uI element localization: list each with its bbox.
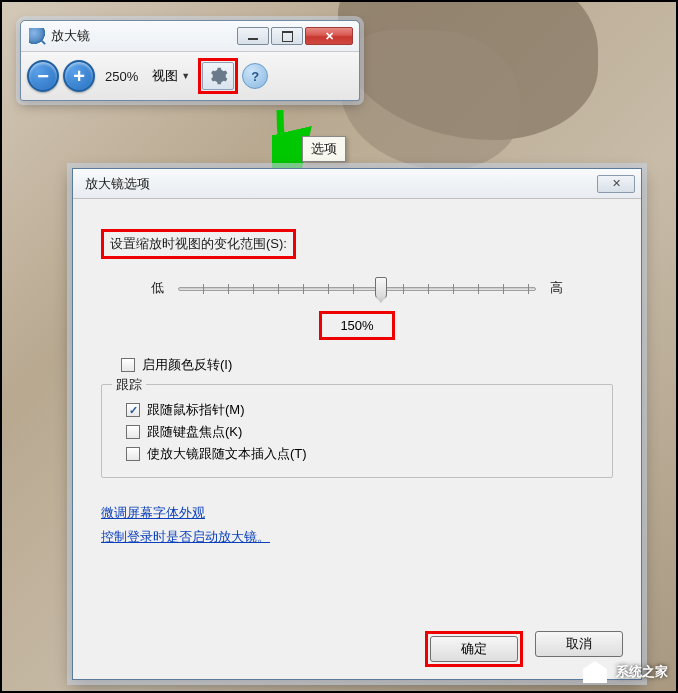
zoom-out-button[interactable] [27, 60, 59, 92]
highlight-section-label: 设置缩放时视图的变化范围(S): [101, 229, 296, 259]
slider-low-label: 低 [151, 279, 164, 297]
follow-mouse-checkbox[interactable] [126, 403, 140, 417]
magnifier-icon [29, 28, 45, 44]
dialog-title: 放大镜选项 [85, 175, 150, 193]
dialog-close-button[interactable] [597, 175, 635, 193]
cancel-button[interactable]: 取消 [535, 631, 623, 657]
magnifier-title: 放大镜 [51, 27, 90, 45]
chevron-down-icon: ▼ [181, 71, 190, 81]
close-button[interactable] [305, 27, 353, 45]
options-dialog: 放大镜选项 设置缩放时视图的变化范围(S): 低 高 150% 启用颜色反转(I… [72, 168, 642, 680]
dialog-body: 设置缩放时视图的变化范围(S): 低 高 150% 启用颜色反转(I) 跟踪 跟… [73, 199, 641, 564]
gear-icon [208, 66, 228, 86]
zoom-level-label: 250% [99, 69, 144, 84]
highlight-ok: 确定 [425, 631, 523, 667]
follow-text-row: 使放大镜跟随文本插入点(T) [106, 445, 608, 463]
window-controls [235, 27, 353, 45]
tracking-group-title: 跟踪 [112, 376, 146, 394]
ok-button[interactable]: 确定 [430, 636, 518, 662]
slider-row: 低 高 [101, 277, 613, 299]
dialog-titlebar: 放大镜选项 [73, 169, 641, 199]
follow-keyboard-row: 跟随键盘焦点(K) [106, 423, 608, 441]
zoom-increment-label: 设置缩放时视图的变化范围(S): [110, 236, 287, 251]
invert-colors-label: 启用颜色反转(I) [142, 356, 232, 374]
maximize-button[interactable] [271, 27, 303, 45]
slider-rail [178, 287, 536, 291]
watermark: 系统之家 [580, 659, 668, 685]
help-button[interactable]: ? [242, 63, 268, 89]
invert-colors-checkbox[interactable] [121, 358, 135, 372]
follow-keyboard-checkbox[interactable] [126, 425, 140, 439]
magnifier-titlebar: 放大镜 [21, 21, 359, 51]
slider-thumb[interactable] [375, 277, 387, 299]
slider-high-label: 高 [550, 279, 563, 297]
highlight-settings [198, 58, 238, 94]
zoom-in-button[interactable] [63, 60, 95, 92]
slider-value-wrap: 150% [101, 311, 613, 340]
view-dropdown-label: 视图 [152, 67, 178, 85]
tracking-groupbox: 跟踪 跟随鼠标指针(M) 跟随键盘焦点(K) 使放大镜跟随文本插入点(T) [101, 384, 613, 478]
background-rock [340, 30, 520, 170]
follow-text-checkbox[interactable] [126, 447, 140, 461]
zoom-increment-slider[interactable] [178, 277, 536, 299]
minimize-button[interactable] [237, 27, 269, 45]
follow-mouse-row: 跟随鼠标指针(M) [106, 401, 608, 419]
follow-text-label: 使放大镜跟随文本插入点(T) [147, 445, 307, 463]
view-dropdown[interactable]: 视图 ▼ [148, 67, 194, 85]
settings-button[interactable] [202, 62, 234, 90]
font-tuning-link[interactable]: 微调屏幕字体外观 [101, 504, 613, 522]
follow-mouse-label: 跟随鼠标指针(M) [147, 401, 245, 419]
settings-tooltip: 选项 [302, 136, 346, 162]
magnifier-window: 放大镜 250% 视图 ▼ ? [20, 20, 360, 101]
startup-control-link[interactable]: 控制登录时是否启动放大镜。 [101, 528, 613, 546]
follow-keyboard-label: 跟随键盘焦点(K) [147, 423, 242, 441]
magnifier-toolbar: 250% 视图 ▼ ? [21, 51, 359, 100]
slider-value: 150% [319, 311, 394, 340]
links-section: 微调屏幕字体外观 控制登录时是否启动放大镜。 [101, 504, 613, 546]
watermark-logo-icon [580, 659, 610, 685]
invert-colors-row: 启用颜色反转(I) [101, 356, 613, 374]
watermark-text: 系统之家 [616, 663, 668, 681]
